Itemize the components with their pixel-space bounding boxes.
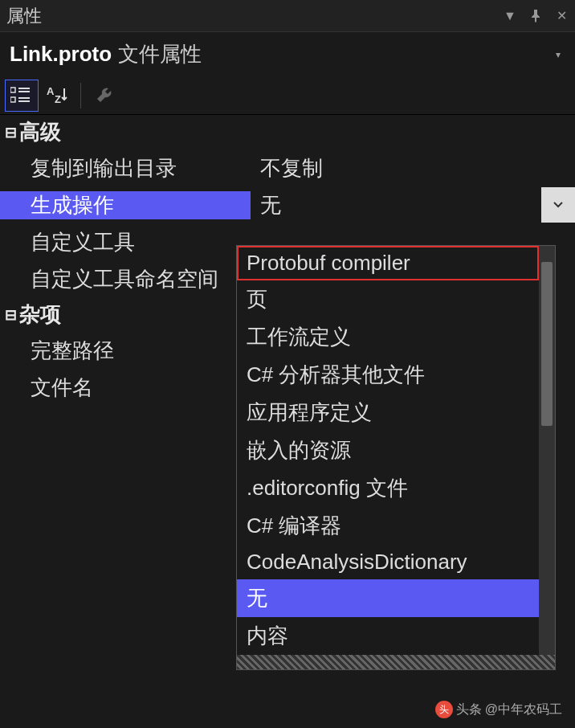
svg-rect-5 [18, 100, 30, 102]
wrench-button[interactable] [88, 80, 121, 112]
dropdown-item-none[interactable]: 无 [237, 579, 539, 617]
dropdown-item-embedded[interactable]: 嵌入的资源 [237, 431, 539, 469]
dropdown-item-workflow[interactable]: 工作流定义 [237, 318, 539, 356]
subheader: Link.proto 文件属性 ▾ [0, 32, 575, 76]
prop-label: 完整路径 [0, 337, 251, 365]
prop-row-copy-output[interactable]: 复制到输出目录 不复制 [0, 149, 575, 186]
file-type-label: 文件属性 [118, 40, 202, 68]
svg-rect-2 [18, 91, 30, 92]
dropdown-resize-grip[interactable] [237, 655, 555, 669]
dropdown-scrollbar[interactable] [539, 246, 555, 655]
dropdown-item-analyzer[interactable]: C# 分析器其他文件 [237, 356, 539, 394]
panel-title: 属性 [6, 4, 42, 28]
alphabetical-button[interactable]: A Z [40, 80, 74, 112]
dropdown-item-appdef[interactable]: 应用程序定义 [237, 394, 539, 431]
dropdown-item-editorconfig[interactable]: .editorconfig 文件 [237, 469, 539, 507]
svg-text:Z: Z [55, 93, 61, 105]
category-advanced[interactable]: ⊟ 高级 [0, 115, 575, 149]
close-icon[interactable]: ✕ [554, 9, 569, 23]
dropdown-item-page[interactable]: 页 [237, 280, 539, 318]
build-action-dropdown: Protobuf compiler 页 工作流定义 C# 分析器其他文件 应用程… [236, 245, 556, 670]
dropdown-item-content[interactable]: 内容 [237, 617, 539, 655]
collapse-icon: ⊟ [2, 306, 19, 324]
watermark-author: @中年农码工 [485, 701, 562, 718]
titlebar-controls: ▼ ✕ [503, 9, 569, 23]
prop-label: 自定义工具命名空间 [0, 265, 251, 293]
watermark-logo-icon: 头 [435, 701, 453, 718]
titlebar: 属性 ▼ ✕ [0, 0, 575, 32]
prop-row-build-action[interactable]: 生成操作 无 [0, 186, 575, 223]
category-label: 高级 [19, 118, 61, 146]
dropdown-icon[interactable]: ▼ [503, 9, 517, 23]
prop-label: 复制到输出目录 [0, 154, 251, 182]
svg-rect-4 [18, 97, 30, 99]
prop-value[interactable]: 无 [251, 186, 575, 223]
svg-rect-3 [10, 97, 15, 102]
collapse-icon: ⊟ [2, 124, 19, 141]
svg-rect-0 [10, 88, 15, 92]
categorize-button[interactable] [5, 80, 39, 112]
dropdown-item-codeanalysis[interactable]: CodeAnalysisDictionary [237, 545, 539, 579]
toolbar: A Z [0, 76, 575, 115]
dropdown-button[interactable] [541, 187, 575, 223]
subheader-dropdown-icon[interactable]: ▾ [551, 47, 565, 62]
svg-text:A: A [47, 85, 55, 97]
dropdown-item-protobuf[interactable]: Protobuf compiler [237, 246, 539, 280]
toolbar-separator [80, 83, 81, 108]
prop-label: 生成操作 [0, 191, 251, 219]
dropdown-item-compiler[interactable]: C# 编译器 [237, 507, 539, 545]
prop-value[interactable]: 不复制 [251, 149, 575, 186]
prop-label: 文件名 [0, 374, 251, 402]
prop-label: 自定义工具 [0, 228, 251, 256]
watermark-prefix: 头条 [456, 701, 482, 718]
file-name: Link.proto [10, 42, 112, 67]
svg-rect-1 [18, 88, 30, 89]
watermark: 头 头条 @中年农码工 [435, 701, 562, 718]
pin-icon[interactable] [528, 9, 543, 23]
category-label: 杂项 [19, 301, 61, 329]
